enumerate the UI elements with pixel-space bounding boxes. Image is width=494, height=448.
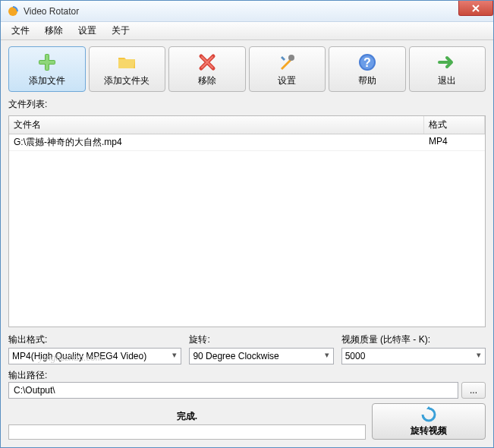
app-icon	[7, 5, 19, 17]
menu-settings[interactable]: 设置	[72, 23, 102, 39]
quality-label: 视频质量 (比特率 - K):	[341, 333, 486, 346]
col-format[interactable]: 格式	[424, 116, 485, 134]
add-folder-button[interactable]: 添加文件夹	[89, 46, 166, 92]
file-table: 文件名 格式 G:\震撼-神奇的大自然.mp4 MP4	[8, 115, 486, 327]
help-button[interactable]: ? 帮助	[329, 46, 406, 92]
svg-rect-4	[39, 61, 55, 64]
exit-icon	[436, 52, 458, 73]
bottom-row: 完成. 旋转视频	[8, 403, 486, 440]
output-format-select[interactable]	[8, 348, 181, 364]
menu-file[interactable]: 文件	[5, 23, 36, 39]
progress-bar	[8, 424, 366, 440]
quality-col: 视频质量 (比特率 - K):	[341, 332, 486, 364]
browse-button[interactable]: ...	[461, 382, 486, 399]
cell-filename: G:\震撼-神奇的大自然.mp4	[9, 134, 424, 150]
output-path-input[interactable]	[8, 382, 458, 399]
content-area: 添加文件 添加文件夹 移除 设置 ? 帮助 退出 文件列表	[1, 40, 493, 447]
add-folder-label: 添加文件夹	[104, 74, 149, 87]
toolbar: 添加文件 添加文件夹 移除 设置 ? 帮助 退出	[8, 46, 486, 92]
tools-icon	[276, 52, 297, 73]
settings-button[interactable]: 设置	[249, 46, 326, 92]
menubar: 文件 移除 设置 关于	[1, 22, 493, 40]
progress-label: 完成.	[8, 410, 366, 423]
rotate-icon	[420, 406, 437, 423]
titlebar: Video Rotator	[1, 1, 493, 22]
help-icon: ?	[357, 52, 378, 73]
output-format-label: 输出格式:	[8, 333, 181, 346]
exit-button[interactable]: 退出	[409, 46, 486, 92]
options-row: 输出格式: 旋转: 视频质量 (比特率 - K):	[8, 332, 486, 364]
output-path-label: 输出路径:	[8, 370, 47, 380]
menu-remove[interactable]: 移除	[39, 23, 69, 39]
close-icon	[472, 5, 480, 12]
close-button[interactable]	[458, 1, 493, 16]
cell-format: MP4	[424, 134, 485, 150]
file-list-label: 文件列表:	[8, 98, 486, 111]
rotation-col: 旋转:	[189, 332, 333, 364]
window-title: Video Rotator	[24, 6, 79, 17]
add-file-button[interactable]: 添加文件	[8, 46, 86, 92]
svg-point-5	[288, 55, 294, 61]
plus-icon	[36, 52, 58, 73]
main-window: Video Rotator 文件 移除 设置 关于 添加文件 添加文件夹 移除	[0, 0, 494, 448]
table-header: 文件名 格式	[9, 116, 485, 134]
remove-label: 移除	[198, 74, 216, 87]
rotate-button-label: 旋转视频	[411, 424, 447, 437]
output-path-section: 输出路径: ...	[8, 369, 486, 399]
folder-icon	[116, 52, 137, 73]
col-filename[interactable]: 文件名	[9, 116, 424, 134]
menu-about[interactable]: 关于	[105, 23, 136, 39]
add-file-label: 添加文件	[29, 74, 65, 87]
table-row[interactable]: G:\震撼-神奇的大自然.mp4 MP4	[9, 134, 485, 151]
quality-select[interactable]	[341, 348, 486, 364]
settings-label: 设置	[278, 74, 296, 87]
svg-text:?: ?	[363, 56, 371, 69]
rotation-label: 旋转:	[189, 333, 333, 346]
rotation-select[interactable]	[189, 348, 333, 364]
remove-button[interactable]: 移除	[168, 46, 246, 92]
exit-label: 退出	[438, 74, 456, 87]
table-body[interactable]: G:\震撼-神奇的大自然.mp4 MP4	[9, 134, 485, 327]
delete-icon	[197, 52, 218, 73]
rotate-video-button[interactable]: 旋转视频	[372, 403, 486, 440]
help-label: 帮助	[358, 74, 376, 87]
output-format-col: 输出格式:	[8, 332, 181, 364]
progress-area: 完成.	[8, 410, 366, 440]
